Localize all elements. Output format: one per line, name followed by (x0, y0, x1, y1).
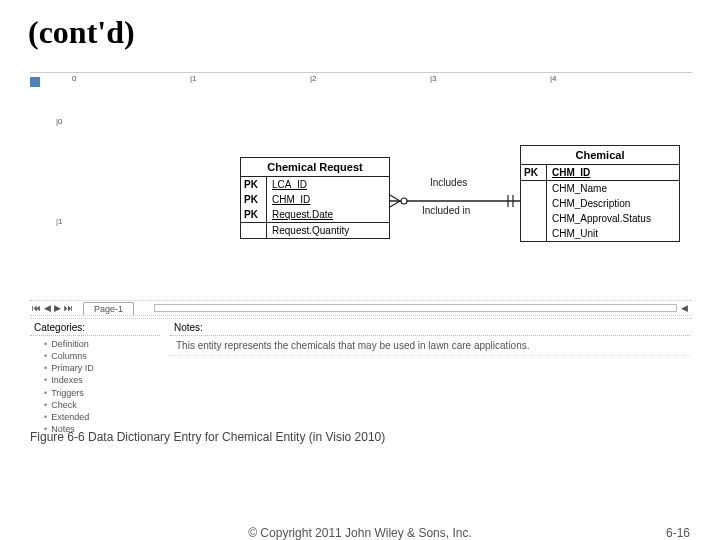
nav-first-icon[interactable]: ⏮ (32, 303, 41, 313)
category-item[interactable]: Extended (44, 411, 160, 423)
slide-title: (cont'd) (0, 0, 720, 57)
attr-label: CHM_ID (267, 192, 389, 207)
attr-label: CHM_ID (547, 165, 679, 180)
pk-label (521, 196, 547, 211)
attr-label: LCA_ID (267, 177, 389, 192)
attr-label: CHM_Approval.Status (547, 211, 679, 226)
categories-panel: Categories: Definition Columns Primary I… (30, 320, 160, 437)
pk-label: PK (521, 165, 547, 180)
entity-pk-section: PKCHM_ID (521, 165, 679, 181)
entity-row: PKRequest.Date (241, 207, 389, 222)
ruler-tick-label: |1 (190, 74, 197, 83)
svg-line-1 (390, 195, 400, 201)
entity-pk-section: PKLCA_ID PKCHM_ID PKRequest.Date (241, 177, 389, 223)
ruler-vertical: |0 |1 (54, 87, 68, 302)
horizontal-scrollbar[interactable] (154, 304, 677, 312)
attr-label: CHM_Description (547, 196, 679, 211)
visio-canvas-area: 0 |1 |2 |3 |4 |0 |1 Chemical Request PKL… (30, 72, 692, 302)
page-nav-buttons[interactable]: ⏮ ◀ ▶ ⏭ (30, 303, 73, 313)
relationship-label-backward: Included in (422, 205, 470, 216)
categories-list: Definition Columns Primary ID Indexes Tr… (30, 336, 160, 437)
category-item[interactable]: Triggers (44, 387, 160, 399)
attr-label: CHM_Unit (547, 226, 679, 241)
svg-line-2 (390, 201, 400, 207)
notes-panel: Notes: This entity represents the chemic… (170, 320, 690, 356)
attr-label: Request.Date (267, 207, 389, 222)
nav-last-icon[interactable]: ⏭ (64, 303, 73, 313)
entity-attr-section: Request.Quantity (241, 223, 389, 238)
separator (30, 318, 692, 319)
entity-row: CHM_Approval.Status (521, 211, 679, 226)
entity-row: PKLCA_ID (241, 177, 389, 192)
pk-label: PK (241, 192, 267, 207)
ruler-tick-label: |0 (56, 117, 63, 126)
nav-prev-icon[interactable]: ◀ (44, 303, 51, 313)
ruler-tick-label: |1 (56, 217, 63, 226)
category-item[interactable]: Columns (44, 350, 160, 362)
svg-point-3 (401, 198, 407, 204)
pk-label: PK (241, 177, 267, 192)
ruler-tick-label: |2 (310, 74, 317, 83)
page-tab-bar: ⏮ ◀ ▶ ⏭ Page-1 ◀ (30, 300, 692, 316)
category-item[interactable]: Check (44, 399, 160, 411)
category-item[interactable]: Indexes (44, 374, 160, 386)
entity-row: PKCHM_ID (521, 165, 679, 180)
pk-label (521, 181, 547, 196)
relationship-label-forward: Includes (430, 177, 467, 188)
attr-label: CHM_Name (547, 181, 679, 196)
category-item[interactable]: Primary ID (44, 362, 160, 374)
pk-label (521, 226, 547, 241)
categories-header: Categories: (30, 320, 160, 336)
nav-next-icon[interactable]: ▶ (54, 303, 61, 313)
pk-label (521, 211, 547, 226)
entity-row: Request.Quantity (241, 223, 389, 238)
entity-chemical-request: Chemical Request PKLCA_ID PKCHM_ID PKReq… (240, 157, 390, 239)
category-item[interactable]: Definition (44, 338, 160, 350)
drawing-canvas: Chemical Request PKLCA_ID PKCHM_ID PKReq… (70, 87, 692, 302)
entity-attr-section: CHM_Name CHM_Description CHM_Approval.St… (521, 181, 679, 241)
figure-caption: Figure 6-6 Data Dictionary Entry for Che… (30, 430, 385, 444)
entity-chemical: Chemical PKCHM_ID CHM_Name CHM_Descripti… (520, 145, 680, 242)
entity-title: Chemical Request (241, 158, 389, 177)
page-number: 6-16 (666, 526, 690, 540)
notes-header: Notes: (170, 320, 690, 336)
pk-label (241, 223, 267, 238)
pk-label: PK (241, 207, 267, 222)
scroll-left-icon[interactable]: ◀ (677, 303, 692, 313)
ruler-tick-label: |4 (550, 74, 557, 83)
entity-row: CHM_Description (521, 196, 679, 211)
ruler-tick-label: |3 (430, 74, 437, 83)
copyright-text: © Copyright 2011 John Wiley & Sons, Inc. (248, 526, 472, 540)
entity-row: CHM_Unit (521, 226, 679, 241)
page-tab[interactable]: Page-1 (83, 302, 134, 315)
ruler-horizontal: 0 |1 |2 |3 |4 (70, 73, 692, 87)
entity-title: Chemical (521, 146, 679, 165)
entity-row: PKCHM_ID (241, 192, 389, 207)
attr-label: Request.Quantity (267, 223, 389, 238)
entity-row: CHM_Name (521, 181, 679, 196)
ruler-tick-label: 0 (72, 74, 76, 83)
notes-body: This entity represents the chemicals tha… (170, 336, 690, 356)
